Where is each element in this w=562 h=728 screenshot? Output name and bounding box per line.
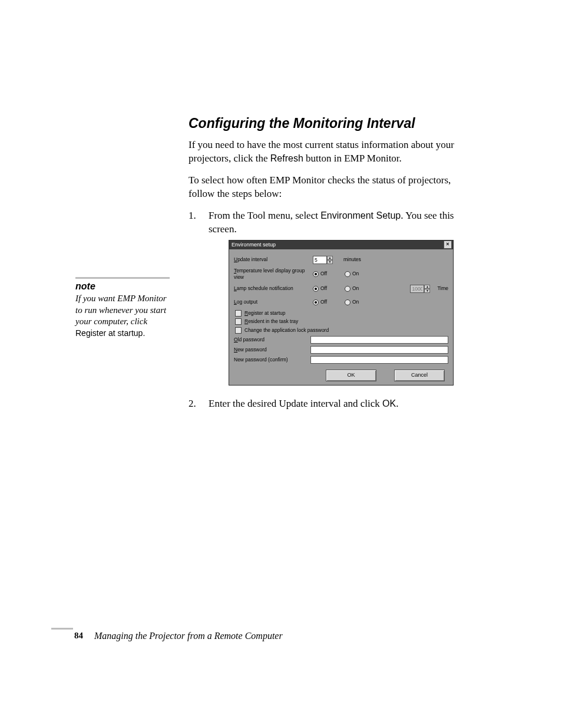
new-password-label: New password bbox=[234, 347, 310, 353]
update-interval-input[interactable] bbox=[313, 256, 327, 264]
ok-button[interactable]: OK bbox=[326, 370, 376, 381]
lamp-time-spinner: ▲▼ bbox=[410, 285, 430, 293]
log-off-label: Off bbox=[320, 299, 327, 305]
close-icon[interactable]: × bbox=[444, 241, 452, 249]
lamp-off-radio[interactable] bbox=[313, 286, 319, 292]
new-password-confirm-label: New password (confirm) bbox=[234, 357, 310, 363]
change-password-checkbox[interactable] bbox=[235, 327, 242, 334]
change-password-label: Change the application lock password bbox=[244, 327, 329, 334]
note-body-b: Register at startup bbox=[75, 328, 143, 338]
step-1: 1. From the Tool menu, select Environmen… bbox=[189, 209, 459, 386]
refresh-label: Refresh bbox=[270, 153, 303, 163]
new-password-input[interactable] bbox=[310, 346, 448, 354]
spin-up-icon[interactable]: ▲ bbox=[327, 256, 333, 260]
update-interval-label: Update interval bbox=[234, 256, 310, 263]
margin-note: note If you want EMP Monitor to run when… bbox=[75, 277, 173, 339]
step-2-number: 2. bbox=[189, 397, 196, 411]
log-label: Log output bbox=[234, 299, 310, 305]
temp-off-label: Off bbox=[320, 271, 327, 277]
temperature-label: Temperature level display group view bbox=[234, 268, 310, 281]
register-startup-label: Register at startup bbox=[244, 310, 285, 317]
spin-down-icon[interactable]: ▼ bbox=[327, 260, 333, 264]
dialog-title: Environment setup bbox=[232, 241, 276, 248]
note-rule bbox=[75, 277, 170, 279]
environment-setup-dialog: Environment setup × Update interval ▲▼ m… bbox=[229, 240, 454, 386]
step-2-text-b: OK bbox=[382, 398, 396, 409]
section-heading: Configuring the Monitoring Interval bbox=[189, 116, 459, 131]
log-on-radio[interactable] bbox=[345, 299, 351, 305]
temp-on-radio[interactable] bbox=[345, 271, 351, 277]
dialog-titlebar: Environment setup × bbox=[229, 241, 453, 249]
step-1-text-b: Environment Setup bbox=[320, 210, 401, 220]
para1-part-c: button in EMP Monitor. bbox=[303, 153, 402, 164]
temp-on-label: On bbox=[352, 271, 359, 277]
note-body-c: . bbox=[143, 328, 145, 338]
page-number: 84 bbox=[74, 631, 83, 641]
resident-tray-checkbox[interactable] bbox=[235, 318, 242, 325]
step-2-text-a: Enter the desired Update interval and cl… bbox=[209, 398, 382, 409]
step-2: 2. Enter the desired Update interval and… bbox=[189, 397, 459, 411]
footer-chapter-title: Managing the Projector from a Remote Com… bbox=[94, 631, 283, 641]
log-on-label: On bbox=[352, 299, 359, 305]
resident-tray-label: Resident in the task tray bbox=[244, 318, 298, 325]
step-1-text-a: From the Tool menu, select bbox=[209, 210, 320, 221]
lamp-time-unit: Time bbox=[437, 285, 448, 292]
spin-down-icon: ▼ bbox=[424, 289, 430, 293]
log-off-radio[interactable] bbox=[313, 299, 319, 305]
lamp-on-label: On bbox=[352, 285, 359, 292]
new-password-confirm-input[interactable] bbox=[310, 356, 448, 364]
update-interval-spinner[interactable]: ▲▼ bbox=[313, 256, 333, 264]
lamp-time-input bbox=[410, 285, 424, 293]
step-1-number: 1. bbox=[189, 209, 196, 223]
old-password-input[interactable] bbox=[310, 336, 448, 344]
minutes-label: minutes bbox=[343, 256, 361, 263]
temp-off-radio[interactable] bbox=[313, 271, 319, 277]
intro-paragraph-2: To select how often EMP Monitor checks t… bbox=[189, 174, 459, 201]
note-heading: note bbox=[75, 281, 173, 292]
intro-paragraph-1: If you need to have the most current sta… bbox=[189, 139, 459, 166]
lamp-on-radio[interactable] bbox=[345, 286, 351, 292]
note-body-a: If you want EMP Monitor to run whenever … bbox=[75, 294, 167, 326]
lamp-label: Lamp schedule notification bbox=[234, 285, 310, 292]
step-2-text-c: . bbox=[396, 398, 398, 409]
lamp-off-label: Off bbox=[320, 285, 327, 292]
footer-rule bbox=[51, 628, 73, 630]
register-startup-checkbox[interactable] bbox=[235, 310, 242, 317]
cancel-button[interactable]: Cancel bbox=[394, 370, 445, 381]
spin-up-icon: ▲ bbox=[424, 285, 430, 289]
old-password-label: Old password bbox=[234, 337, 310, 343]
